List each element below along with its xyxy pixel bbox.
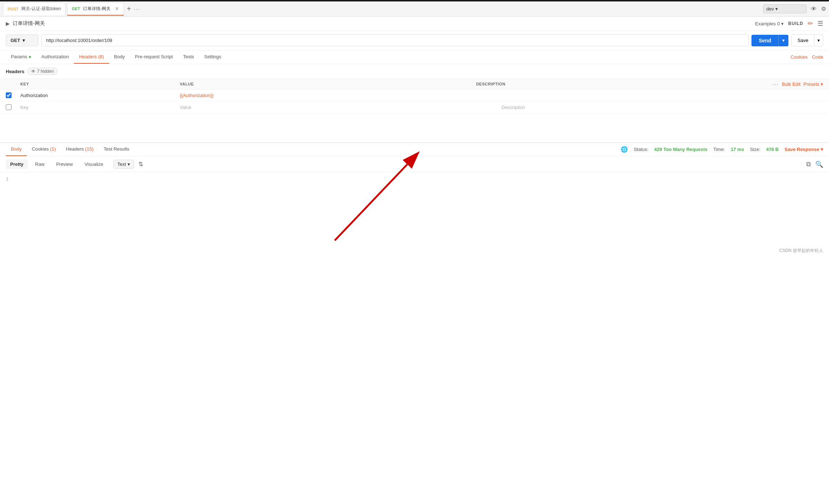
response-section: Body Cookies (1) Headers (15) Test Resul… bbox=[0, 142, 829, 245]
url-bar: GET ▾ Send ▾ Save ▾ bbox=[0, 31, 829, 50]
resp-tab-cookies[interactable]: Cookies (1) bbox=[27, 143, 61, 156]
row1-key[interactable]: Authorization bbox=[20, 93, 180, 98]
code-link[interactable]: Code bbox=[812, 54, 823, 60]
key-column-header: KEY bbox=[20, 82, 180, 86]
save-response-button[interactable]: Save Response ▾ bbox=[784, 147, 823, 152]
send-button[interactable]: Send bbox=[751, 35, 778, 46]
row2-key[interactable]: Key bbox=[20, 105, 180, 110]
format-preview[interactable]: Preview bbox=[52, 159, 77, 169]
table-row: Key Value Description bbox=[0, 101, 829, 113]
close-tab-icon[interactable]: ✕ bbox=[115, 6, 119, 12]
examples-button[interactable]: Examples 0 ▾ bbox=[755, 21, 784, 26]
line-number: 1 bbox=[6, 177, 9, 182]
resp-tab-testresults[interactable]: Test Results bbox=[99, 143, 134, 156]
row2-checkbox[interactable] bbox=[6, 104, 12, 110]
tab-tests[interactable]: Tests bbox=[178, 50, 199, 64]
format-type-dropdown-icon: ▾ bbox=[128, 161, 130, 167]
eye-badge-icon: 👁 bbox=[31, 69, 36, 74]
request-tabs: Params ● Authorization Headers (8) Body … bbox=[0, 50, 829, 64]
url-input[interactable] bbox=[41, 34, 749, 46]
table-row: Authorization {{Authorization}} bbox=[0, 89, 829, 101]
tab-name-post: 网关-认证-获取token bbox=[21, 6, 61, 12]
edit-icon[interactable]: ✏ bbox=[808, 20, 813, 28]
filter-icon[interactable]: ⇅ bbox=[138, 161, 143, 168]
headers-table: KEY VALUE DESCRIPTION ··· Bulk Edit Pres… bbox=[0, 79, 829, 113]
format-type-label: Text bbox=[117, 161, 126, 167]
build-button[interactable]: BUILD bbox=[788, 21, 803, 26]
cookies-link[interactable]: Cookies bbox=[791, 54, 808, 60]
examples-count: 0 bbox=[777, 21, 780, 26]
value-column-header: VALUE bbox=[180, 82, 476, 86]
save-button[interactable]: Save bbox=[791, 34, 815, 46]
row1-value[interactable]: {{Authorization}} bbox=[180, 93, 501, 98]
description-column-header: DESCRIPTION bbox=[476, 82, 772, 86]
tab-name-get: 订单详情-网关 bbox=[83, 6, 111, 12]
hidden-count: 7 hidden bbox=[37, 69, 54, 74]
send-dropdown-button[interactable]: ▾ bbox=[778, 35, 788, 46]
request-name-label: 订单详情-网关 bbox=[13, 20, 45, 27]
env-dropdown-icon: ▾ bbox=[775, 6, 778, 12]
method-badge-post: POST bbox=[8, 7, 18, 11]
tab-body[interactable]: Body bbox=[109, 50, 130, 64]
tab-get[interactable]: GET 订单详情-网关 ✕ bbox=[67, 3, 124, 16]
expand-arrow-icon[interactable]: ▶ bbox=[6, 21, 10, 26]
resp-headers-count: (15) bbox=[85, 146, 93, 152]
format-pretty[interactable]: Pretty bbox=[6, 159, 28, 169]
headers-badge: (8) bbox=[98, 54, 104, 59]
request-name-bar: ▶ 订单详情-网关 Examples 0 ▾ BUILD ✏ ☰ bbox=[0, 17, 829, 31]
hidden-headers-badge[interactable]: 👁 7 hidden bbox=[27, 68, 58, 75]
format-type-selector[interactable]: Text ▾ bbox=[113, 160, 134, 169]
response-body-format-tabs: Pretty Raw Preview Visualize Text ▾ ⇅ ⧉ … bbox=[0, 156, 829, 172]
resp-tab-body[interactable]: Body bbox=[6, 143, 27, 156]
headers-section: Headers 👁 7 hidden bbox=[0, 64, 829, 79]
save-dropdown-button[interactable]: ▾ bbox=[815, 34, 823, 46]
time-value: 17 ms bbox=[731, 147, 744, 152]
params-badge: ● bbox=[28, 54, 31, 59]
method-badge-get: GET bbox=[72, 7, 80, 11]
doc-icon[interactable]: ☰ bbox=[817, 20, 823, 28]
row2-description[interactable]: Description bbox=[501, 105, 823, 110]
presets-button[interactable]: Presets ▾ bbox=[803, 81, 823, 87]
format-raw[interactable]: Raw bbox=[31, 159, 49, 169]
response-body: 1 bbox=[0, 172, 829, 245]
watermark: CSDN @早起的年轻人 bbox=[0, 245, 829, 257]
examples-dropdown-icon: ▾ bbox=[781, 21, 784, 26]
method-label: GET bbox=[11, 38, 20, 43]
globe-icon[interactable]: 🌐 bbox=[621, 146, 628, 153]
headers-title: Headers bbox=[6, 69, 24, 74]
tab-settings[interactable]: Settings bbox=[199, 50, 226, 64]
env-name: dev bbox=[766, 6, 774, 12]
add-tab-button[interactable]: + bbox=[127, 5, 131, 13]
time-label: Time: bbox=[713, 147, 725, 152]
send-save-group: Send ▾ bbox=[751, 35, 788, 46]
tab-headers[interactable]: Headers (8) bbox=[74, 50, 109, 64]
method-selector[interactable]: GET ▾ bbox=[6, 34, 38, 46]
resp-tab-headers[interactable]: Headers (15) bbox=[61, 143, 99, 156]
eye-icon[interactable]: 👁 bbox=[811, 6, 817, 12]
environment-selector[interactable]: dev ▾ bbox=[763, 4, 807, 13]
status-value: 429 Too Many Requests bbox=[654, 147, 708, 152]
bulk-edit-button[interactable]: Bulk Edit bbox=[782, 81, 800, 87]
size-label: Size: bbox=[750, 147, 761, 152]
response-actions: ⧉ 🔍 bbox=[806, 160, 823, 168]
examples-label: Examples bbox=[755, 21, 776, 26]
row1-checkbox[interactable] bbox=[6, 92, 12, 98]
copy-icon[interactable]: ⧉ bbox=[806, 160, 811, 168]
method-dropdown-icon: ▾ bbox=[22, 38, 25, 43]
tab-authorization[interactable]: Authorization bbox=[36, 50, 74, 64]
status-label: Status: bbox=[634, 147, 648, 152]
cookies-count: (1) bbox=[50, 146, 56, 152]
more-tabs-button[interactable]: ··· bbox=[134, 6, 141, 12]
response-tabs: Body Cookies (1) Headers (15) Test Resul… bbox=[0, 143, 829, 156]
response-status-bar: 🌐 Status: 429 Too Many Requests Time: 17… bbox=[621, 146, 823, 153]
size-value: 476 B bbox=[766, 147, 779, 152]
format-visualize[interactable]: Visualize bbox=[80, 159, 108, 169]
tab-prerequest[interactable]: Pre-request Script bbox=[130, 50, 178, 64]
table-more-icon[interactable]: ··· bbox=[772, 81, 779, 87]
row2-value[interactable]: Value bbox=[180, 105, 501, 110]
tab-post[interactable]: POST 网关-认证-获取token bbox=[3, 3, 66, 16]
settings-icon[interactable]: ⚙ bbox=[821, 5, 826, 12]
tab-params[interactable]: Params ● bbox=[6, 50, 36, 64]
search-icon[interactable]: 🔍 bbox=[815, 160, 823, 168]
